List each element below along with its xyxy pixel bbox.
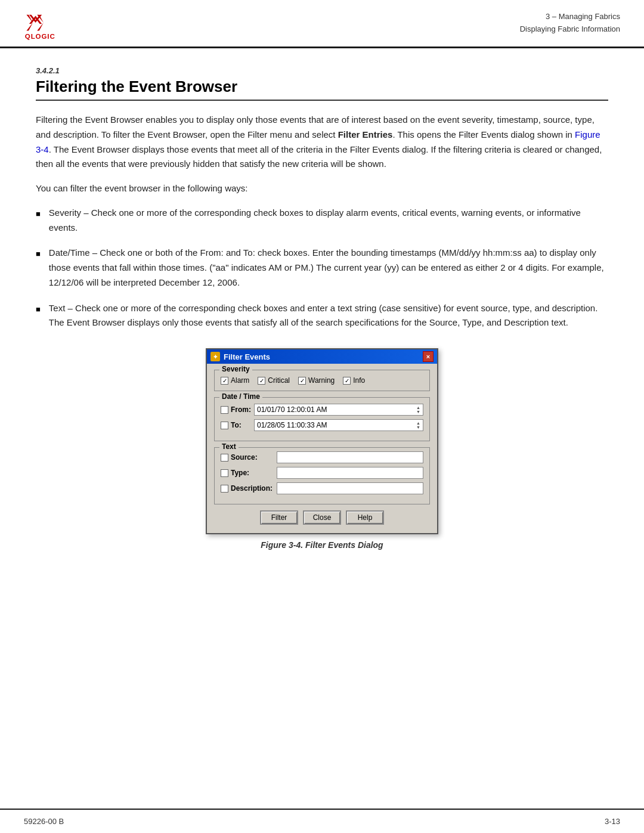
severity-row: Alarm Critical Warning Info [221,376,423,385]
from-input[interactable]: 01/01/70 12:00:01 AM ▲ ▼ [254,404,423,416]
description-label: Description: [231,484,273,493]
description-row: Description: [221,482,423,494]
list-item: Date/Time – Check one or both of the Fro… [36,246,608,290]
header-right: 3 – Managing Fabrics Displaying Fabric I… [520,11,620,36]
bullet-item-2: Date/Time – Check one or both of the Fro… [49,246,608,290]
warning-checkbox[interactable] [298,377,306,385]
critical-checkbox-item[interactable]: Critical [258,376,290,385]
filter-ways-intro: You can filter the event browser in the … [36,181,608,196]
from-label: From: [231,405,251,414]
type-checkbox[interactable] [221,469,228,477]
dialog-title-text: Filter Events [224,352,270,361]
bullet-item-1: Severity – Check one or more of the corr… [49,206,608,236]
section-label: Displaying Fabric Information [520,23,620,36]
list-item: Severity – Check one or more of the corr… [36,206,608,236]
source-input[interactable] [277,451,423,463]
warning-label: Warning [308,376,335,385]
dialog-buttons: Filter Close Help [214,510,430,527]
to-input[interactable]: 01/28/05 11:00:33 AM ▲ ▼ [254,419,423,431]
figure-link[interactable]: Figure 3-4 [36,129,600,154]
bullet-item-3: Text – Check one or more of the correspo… [49,301,608,331]
description-checkbox-item[interactable]: Description: [221,484,273,493]
filter-events-dialog: ✦ Filter Events × Severity Alarm [206,348,438,534]
datetime-group-label: Date / Time [219,392,262,401]
info-label: Info [353,376,365,385]
type-checkbox-item[interactable]: Type: [221,469,273,477]
from-spinner[interactable]: ▲ ▼ [416,405,420,414]
dialog-title-left: ✦ Filter Events [210,352,270,361]
from-value: 01/01/70 12:00:01 AM [257,405,327,414]
source-checkbox-item[interactable]: Source: [221,453,273,462]
list-item: Text – Check one or more of the correspo… [36,301,608,331]
datetime-group: Date / Time From: 01/01/70 12:00:01 AM ▲… [214,397,430,441]
from-row: From: 01/01/70 12:00:01 AM ▲ ▼ [221,404,423,416]
chapter-label: 3 – Managing Fabrics [520,11,620,23]
section-title: Filtering the Event Browser [36,78,608,101]
info-checkbox-item[interactable]: Info [343,376,365,385]
type-row: Type: [221,467,423,479]
page-footer: 59226-00 B 3-13 [0,809,644,833]
dialog-close-button[interactable]: × [423,351,434,362]
type-input[interactable] [277,467,423,479]
qlogic-logo: QLOGIC [24,11,72,41]
page-header: QLOGIC 3 – Managing Fabrics Displaying F… [0,0,644,48]
to-checkbox-item[interactable]: To: [221,421,250,429]
filter-button[interactable]: Filter [260,510,298,525]
to-row: To: 01/28/05 11:00:33 AM ▲ ▼ [221,419,423,431]
severity-group: Severity Alarm Critical Warning [214,370,430,391]
to-label: To: [231,421,242,429]
text-group: Text Source: Type: [214,447,430,504]
warning-checkbox-item[interactable]: Warning [298,376,335,385]
dialog-app-icon: ✦ [210,352,220,361]
from-checkbox-item[interactable]: From: [221,405,250,414]
alarm-checkbox[interactable] [221,377,228,385]
from-checkbox[interactable] [221,406,228,414]
close-button[interactable]: Close [303,510,341,525]
info-checkbox[interactable] [343,377,351,385]
intro-paragraph: Filtering the Event Browser enables you … [36,113,608,172]
to-value: 01/28/05 11:00:33 AM [257,421,327,429]
description-checkbox[interactable] [221,485,228,493]
description-input[interactable] [277,482,423,494]
source-label: Source: [231,453,258,462]
bullet-list: Severity – Check one or more of the corr… [36,206,608,330]
text-group-label: Text [219,442,239,451]
section-number: 3.4.2.1 [36,66,608,75]
figure-container: ✦ Filter Events × Severity Alarm [36,348,608,550]
source-row: Source: [221,451,423,463]
filter-entries-bold: Filter Entries [338,129,393,140]
to-checkbox[interactable] [221,422,228,429]
severity-group-label: Severity [219,365,252,373]
dialog-titlebar: ✦ Filter Events × [207,349,437,364]
footer-right: 3-13 [605,817,620,826]
figure-caption: Figure 3-4. Filter Events Dialog [261,540,383,550]
svg-text:QLOGIC: QLOGIC [25,33,55,40]
critical-checkbox[interactable] [258,377,265,385]
footer-left: 59226-00 B [24,817,64,826]
alarm-label: Alarm [231,376,249,385]
dialog-body: Severity Alarm Critical Warning [207,364,437,533]
help-button[interactable]: Help [346,510,384,525]
logo-area: QLOGIC [24,11,72,41]
main-content: 3.4.2.1 Filtering the Event Browser Filt… [0,48,644,586]
critical-label: Critical [268,376,290,385]
to-spinner[interactable]: ▲ ▼ [416,421,420,429]
source-checkbox[interactable] [221,454,228,462]
alarm-checkbox-item[interactable]: Alarm [221,376,249,385]
type-label: Type: [231,469,249,477]
